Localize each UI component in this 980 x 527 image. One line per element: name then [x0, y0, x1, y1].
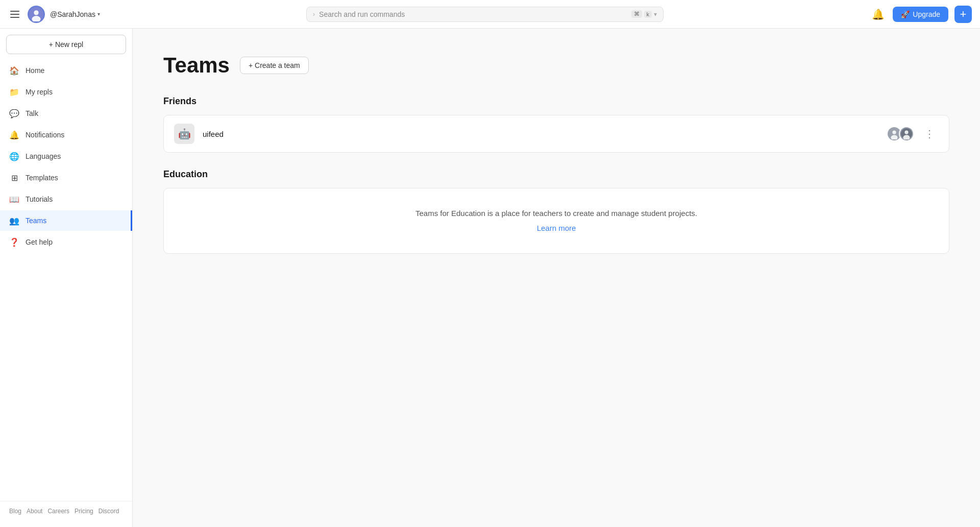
- education-section: Education Teams for Education is a place…: [163, 169, 949, 254]
- home-icon: 🏠: [9, 65, 19, 76]
- search-bar-container: › Search and run commands ⌘ k ▾: [306, 7, 664, 22]
- chevron-right-icon: ›: [313, 11, 315, 18]
- languages-icon: 🌐: [9, 151, 19, 161]
- sidebar-item-tutorials[interactable]: 📖 Tutorials: [0, 189, 132, 209]
- svg-point-7: [904, 130, 908, 134]
- team-menu-button[interactable]: ⋮: [920, 126, 939, 142]
- upgrade-label: Upgrade: [913, 10, 940, 18]
- footer-link-about[interactable]: About: [27, 508, 42, 515]
- team-members: [887, 126, 914, 141]
- create-team-button[interactable]: + Create a team: [240, 57, 309, 74]
- friends-section: Friends 🤖 uifeed: [163, 96, 949, 153]
- sidebar-item-my-repls[interactable]: 📁 My repls: [0, 82, 132, 102]
- sidebar-item-teams[interactable]: 👥 Teams: [0, 210, 132, 231]
- chevron-down-icon: ▾: [97, 11, 100, 17]
- footer-link-blog[interactable]: Blog: [9, 508, 21, 515]
- bell-icon[interactable]: 🔔: [870, 6, 887, 22]
- sidebar-item-label: Tutorials: [26, 195, 53, 203]
- search-bar[interactable]: › Search and run commands ⌘ k ▾: [306, 7, 664, 22]
- sidebar-item-label: My repls: [26, 88, 53, 96]
- sidebar-item-label: Talk: [26, 109, 38, 117]
- new-item-button[interactable]: +: [954, 6, 972, 23]
- sidebar-item-label: Get help: [26, 238, 53, 246]
- sidebar-item-label: Languages: [26, 152, 61, 160]
- user-name-button[interactable]: @SarahJonas ▾: [50, 10, 100, 18]
- my-repls-icon: 📁: [9, 87, 19, 97]
- teams-icon: 👥: [9, 215, 19, 226]
- topbar: @SarahJonas ▾ › Search and run commands …: [0, 0, 980, 29]
- education-section-title: Education: [163, 169, 949, 180]
- menu-icon[interactable]: [8, 7, 22, 21]
- member-avatar-2: [899, 126, 914, 141]
- sidebar-item-label: Teams: [26, 217, 46, 225]
- search-shortcut: ⌘ k ▾: [631, 10, 657, 18]
- footer-link-discord[interactable]: Discord: [99, 508, 119, 515]
- search-placeholder-text: Search and run commands: [319, 10, 627, 18]
- talk-icon: 💬: [9, 108, 19, 118]
- footer-link-pricing[interactable]: Pricing: [75, 508, 93, 515]
- team-card-uifeed[interactable]: 🤖 uifeed: [163, 115, 949, 153]
- learn-more-link[interactable]: Learn more: [537, 224, 576, 232]
- sidebar-item-label: Notifications: [26, 131, 64, 139]
- sidebar-item-home[interactable]: 🏠 Home: [0, 60, 132, 81]
- education-description: Teams for Education is a place for teach…: [174, 209, 939, 218]
- friends-section-title: Friends: [163, 96, 949, 107]
- avatar[interactable]: [28, 6, 45, 23]
- sidebar-item-languages[interactable]: 🌐 Languages: [0, 146, 132, 166]
- page-title: Teams: [163, 53, 230, 78]
- footer-links: BlogAboutCareersPricingDiscord: [9, 508, 123, 515]
- team-avatar: 🤖: [174, 124, 194, 144]
- sidebar: + New repl 🏠 Home 📁 My repls 💬 Talk 🔔 No…: [0, 29, 133, 527]
- education-card: Teams for Education is a place for teach…: [163, 188, 949, 254]
- sidebar-item-notifications[interactable]: 🔔 Notifications: [0, 125, 132, 145]
- sidebar-item-get-help[interactable]: ❓ Get help: [0, 232, 132, 252]
- page-header: Teams + Create a team: [163, 53, 949, 78]
- chevron-down-icon: ▾: [654, 11, 657, 18]
- notifications-icon: 🔔: [9, 130, 19, 140]
- sidebar-item-templates[interactable]: ⊞ Templates: [0, 167, 132, 188]
- sidebar-item-label: Templates: [26, 174, 58, 182]
- user-name-label: @SarahJonas: [50, 10, 95, 18]
- topbar-left: @SarahJonas ▾: [8, 6, 100, 23]
- sidebar-item-talk[interactable]: 💬 Talk: [0, 103, 132, 124]
- team-name: uifeed: [203, 130, 887, 138]
- shortcut-key: k: [644, 11, 652, 18]
- get-help-icon: ❓: [9, 237, 19, 247]
- footer-link-careers[interactable]: Careers: [47, 508, 69, 515]
- templates-icon: ⊞: [9, 173, 19, 183]
- topbar-right: 🔔 🚀 Upgrade +: [870, 6, 972, 23]
- svg-point-4: [892, 130, 896, 134]
- new-repl-button[interactable]: + New repl: [6, 35, 126, 54]
- content-area: Teams + Create a team Friends 🤖 uifeed: [133, 29, 980, 527]
- shortcut-cmd: ⌘: [631, 10, 642, 18]
- upgrade-button[interactable]: 🚀 Upgrade: [893, 7, 948, 22]
- rocket-icon: 🚀: [901, 10, 910, 18]
- sidebar-item-label: Home: [26, 66, 44, 75]
- sidebar-nav: 🏠 Home 📁 My repls 💬 Talk 🔔 Notifications…: [0, 60, 132, 252]
- svg-point-1: [34, 10, 38, 15]
- main-layout: + New repl 🏠 Home 📁 My repls 💬 Talk 🔔 No…: [0, 29, 980, 527]
- tutorials-icon: 📖: [9, 194, 19, 204]
- sidebar-footer: BlogAboutCareersPricingDiscord: [0, 501, 132, 521]
